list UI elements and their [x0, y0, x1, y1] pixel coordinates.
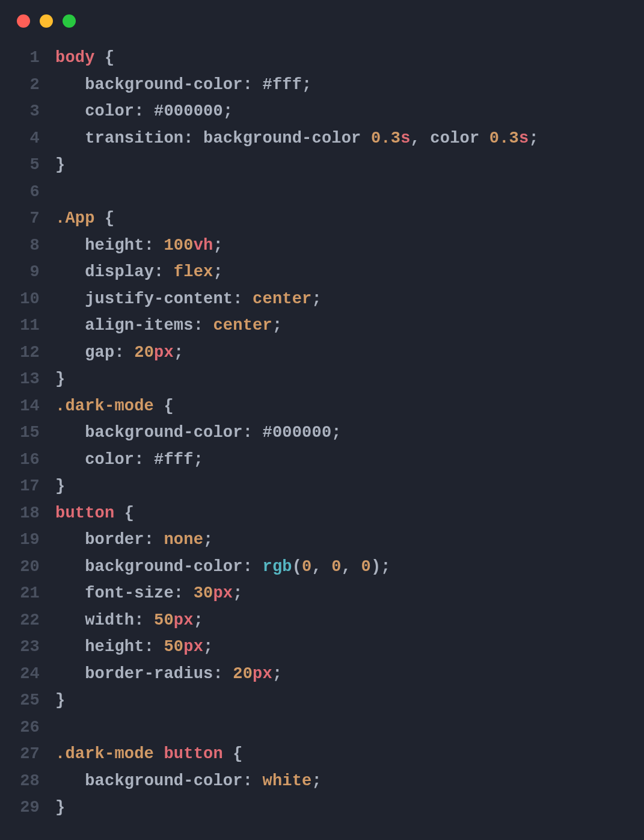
line-number: 9: [11, 259, 40, 286]
code-content[interactable]: border-radius: 20px;: [55, 661, 282, 688]
code-content[interactable]: }: [55, 794, 65, 821]
code-line[interactable]: 25}: [11, 687, 644, 714]
code-line[interactable]: 21 font-size: 30px;: [11, 580, 644, 607]
line-number: 28: [11, 768, 40, 795]
line-number: 27: [11, 741, 40, 768]
line-number: 29: [11, 794, 40, 821]
code-content[interactable]: gap: 20px;: [55, 339, 183, 366]
line-number: 15: [11, 419, 40, 446]
line-number: 11: [11, 312, 40, 339]
code-line[interactable]: 8 height: 100vh;: [11, 232, 644, 259]
line-number: 23: [11, 634, 40, 661]
code-content[interactable]: display: flex;: [55, 259, 223, 286]
code-line[interactable]: 4 transition: background-color 0.3s, col…: [11, 125, 644, 152]
code-content[interactable]: align-items: center;: [55, 312, 282, 339]
code-line[interactable]: 15 background-color: #000000;: [11, 419, 644, 446]
line-number: 21: [11, 580, 40, 607]
code-content[interactable]: background-color: white;: [55, 768, 322, 795]
code-content[interactable]: [55, 179, 65, 206]
zoom-icon[interactable]: [63, 14, 76, 28]
code-content[interactable]: .dark-mode button {: [55, 741, 243, 768]
code-content[interactable]: background-color: #000000;: [55, 419, 342, 446]
line-number: 10: [11, 286, 40, 313]
code-line[interactable]: 13}: [11, 366, 644, 393]
code-content[interactable]: transition: background-color 0.3s, color…: [55, 125, 539, 152]
code-content[interactable]: }: [55, 687, 65, 714]
line-number: 4: [11, 125, 40, 152]
code-line[interactable]: 6: [11, 179, 644, 206]
code-line[interactable]: 17}: [11, 473, 644, 500]
code-content[interactable]: justify-content: center;: [55, 286, 322, 313]
code-content[interactable]: }: [55, 473, 65, 500]
code-line[interactable]: 19 border: none;: [11, 527, 644, 554]
window-titlebar: [0, 14, 644, 28]
line-number: 1: [11, 45, 40, 72]
code-content[interactable]: button {: [55, 500, 134, 527]
line-number: 18: [11, 500, 40, 527]
code-content[interactable]: color: #000000;: [55, 98, 233, 125]
code-line[interactable]: 26: [11, 714, 644, 741]
code-line[interactable]: 7.App {: [11, 205, 644, 232]
close-icon[interactable]: [17, 14, 30, 28]
code-line[interactable]: 24 border-radius: 20px;: [11, 661, 644, 688]
code-line[interactable]: 23 height: 50px;: [11, 634, 644, 661]
code-line[interactable]: 14.dark-mode {: [11, 393, 644, 420]
code-content[interactable]: width: 50px;: [55, 607, 203, 634]
code-line[interactable]: 18button {: [11, 500, 644, 527]
line-number: 25: [11, 687, 40, 714]
minimize-icon[interactable]: [40, 14, 53, 28]
line-number: 5: [11, 152, 40, 179]
code-line[interactable]: 28 background-color: white;: [11, 768, 644, 795]
code-content[interactable]: height: 50px;: [55, 634, 213, 661]
code-content[interactable]: color: #fff;: [55, 446, 203, 474]
line-number: 14: [11, 393, 40, 420]
line-number: 2: [11, 72, 40, 99]
line-number: 24: [11, 661, 40, 688]
code-line[interactable]: 9 display: flex;: [11, 259, 644, 286]
code-line[interactable]: 20 background-color: rgb(0, 0, 0);: [11, 554, 644, 581]
code-content[interactable]: body {: [55, 45, 114, 72]
line-number: 20: [11, 554, 40, 581]
code-content[interactable]: font-size: 30px;: [55, 580, 243, 607]
line-number: 26: [11, 714, 40, 741]
code-line[interactable]: 5}: [11, 152, 644, 179]
code-line[interactable]: 3 color: #000000;: [11, 98, 644, 125]
code-line[interactable]: 1body {: [11, 45, 644, 72]
code-content[interactable]: background-color: rgb(0, 0, 0);: [55, 554, 391, 581]
code-content[interactable]: [55, 714, 65, 741]
code-content[interactable]: height: 100vh;: [55, 232, 223, 259]
code-content[interactable]: .dark-mode {: [55, 393, 174, 420]
line-number: 3: [11, 98, 40, 125]
line-number: 13: [11, 366, 40, 393]
line-number: 17: [11, 473, 40, 500]
code-line[interactable]: 27.dark-mode button {: [11, 741, 644, 768]
code-line[interactable]: 16 color: #fff;: [11, 446, 644, 474]
line-number: 16: [11, 446, 40, 474]
code-line[interactable]: 2 background-color: #fff;: [11, 72, 644, 99]
editor-window: 1body {2 background-color: #fff;3 color:…: [0, 0, 644, 840]
line-number: 19: [11, 527, 40, 554]
code-content[interactable]: }: [55, 366, 65, 393]
line-number: 6: [11, 179, 40, 206]
code-content[interactable]: background-color: #fff;: [55, 72, 312, 99]
line-number: 8: [11, 232, 40, 259]
code-content[interactable]: .App {: [55, 205, 114, 232]
code-line[interactable]: 10 justify-content: center;: [11, 286, 644, 313]
code-line[interactable]: 11 align-items: center;: [11, 312, 644, 339]
code-content[interactable]: border: none;: [55, 527, 213, 554]
code-line[interactable]: 29}: [11, 794, 644, 821]
code-line[interactable]: 22 width: 50px;: [11, 607, 644, 634]
line-number: 12: [11, 339, 40, 366]
line-number: 7: [11, 205, 40, 232]
code-editor[interactable]: 1body {2 background-color: #fff;3 color:…: [0, 45, 644, 821]
line-number: 22: [11, 607, 40, 634]
code-content[interactable]: }: [55, 152, 65, 179]
code-line[interactable]: 12 gap: 20px;: [11, 339, 644, 366]
